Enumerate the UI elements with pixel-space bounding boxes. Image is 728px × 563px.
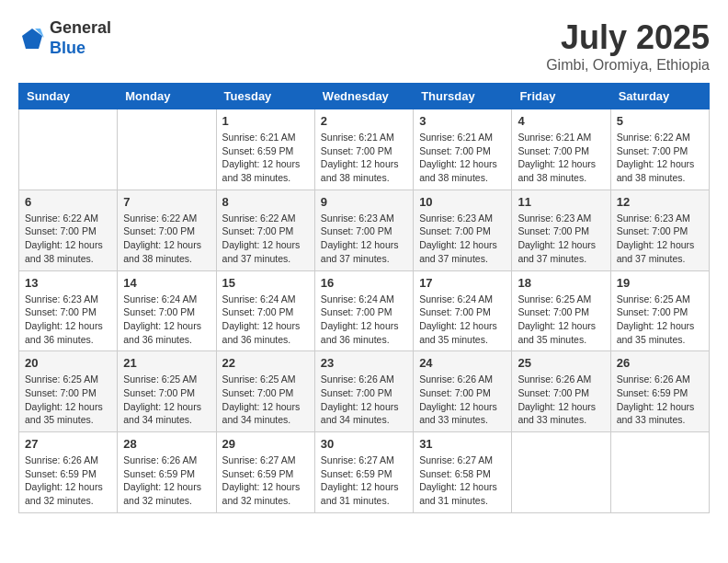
calendar-day-cell: 14Sunrise: 6:24 AMSunset: 7:00 PMDayligh… [118,270,216,351]
day-number: 1 [222,114,309,128]
day-info: Sunrise: 6:23 AMSunset: 7:00 PMDaylight:… [518,212,604,266]
calendar-day-cell: 29Sunrise: 6:27 AMSunset: 6:59 PMDayligh… [216,432,314,513]
calendar-week-row: 20Sunrise: 6:25 AMSunset: 7:00 PMDayligh… [19,351,710,432]
calendar-day-cell: 11Sunrise: 6:23 AMSunset: 7:00 PMDayligh… [512,190,610,270]
calendar-week-row: 1Sunrise: 6:21 AMSunset: 6:59 PMDaylight… [19,109,710,190]
calendar-day-cell: 19Sunrise: 6:25 AMSunset: 7:00 PMDayligh… [610,270,709,351]
calendar-day-cell: 3Sunrise: 6:21 AMSunset: 7:00 PMDaylight… [414,109,512,190]
calendar-day-cell: 16Sunrise: 6:24 AMSunset: 7:00 PMDayligh… [314,270,413,351]
day-info: Sunrise: 6:23 AMSunset: 7:00 PMDaylight:… [25,293,111,347]
day-number: 10 [419,195,506,209]
logo-general-text: General [50,18,111,37]
day-number: 3 [419,114,506,128]
month-title: July 2025 [546,18,710,57]
day-info: Sunrise: 6:21 AMSunset: 7:00 PMDaylight:… [321,131,407,185]
day-info: Sunrise: 6:21 AMSunset: 6:59 PMDaylight:… [222,131,309,185]
day-number: 22 [222,356,309,370]
day-number: 19 [617,276,703,290]
day-number: 26 [617,356,703,370]
calendar-day-cell: 27Sunrise: 6:26 AMSunset: 6:59 PMDayligh… [19,432,118,513]
weekday-header-cell: Saturday [610,84,709,109]
day-number: 17 [419,276,506,290]
day-info: Sunrise: 6:27 AMSunset: 6:59 PMDaylight:… [222,454,309,508]
day-info: Sunrise: 6:27 AMSunset: 6:58 PMDaylight:… [419,454,506,508]
logo: General Blue [18,18,111,58]
day-info: Sunrise: 6:26 AMSunset: 6:59 PMDaylight:… [617,373,703,427]
day-info: Sunrise: 6:26 AMSunset: 6:59 PMDaylight:… [25,454,111,508]
day-info: Sunrise: 6:25 AMSunset: 7:00 PMDaylight:… [518,293,604,347]
calendar-day-cell: 9Sunrise: 6:23 AMSunset: 7:00 PMDaylight… [314,190,413,270]
calendar-day-cell: 2Sunrise: 6:21 AMSunset: 7:00 PMDaylight… [314,109,413,190]
day-info: Sunrise: 6:25 AMSunset: 7:00 PMDaylight:… [25,373,111,427]
calendar-day-cell: 6Sunrise: 6:22 AMSunset: 7:00 PMDaylight… [19,190,118,270]
calendar-day-cell: 10Sunrise: 6:23 AMSunset: 7:00 PMDayligh… [414,190,512,270]
calendar-day-cell: 12Sunrise: 6:23 AMSunset: 7:00 PMDayligh… [610,190,709,270]
day-number: 11 [518,195,604,209]
calendar-day-cell: 17Sunrise: 6:24 AMSunset: 7:00 PMDayligh… [414,270,512,351]
day-info: Sunrise: 6:23 AMSunset: 7:00 PMDaylight:… [321,212,407,266]
day-info: Sunrise: 6:22 AMSunset: 7:00 PMDaylight:… [617,131,703,185]
calendar-day-cell: 18Sunrise: 6:25 AMSunset: 7:00 PMDayligh… [512,270,610,351]
day-number: 25 [518,356,604,370]
day-number: 9 [321,195,407,209]
calendar-day-cell [512,432,610,513]
day-number: 23 [321,356,407,370]
calendar-day-cell: 26Sunrise: 6:26 AMSunset: 6:59 PMDayligh… [610,351,709,432]
calendar-day-cell [610,432,709,513]
weekday-header-row: SundayMondayTuesdayWednesdayThursdayFrid… [19,84,710,109]
day-number: 13 [25,276,111,290]
calendar-day-cell: 4Sunrise: 6:21 AMSunset: 7:00 PMDaylight… [512,109,610,190]
calendar-day-cell: 15Sunrise: 6:24 AMSunset: 7:00 PMDayligh… [216,270,314,351]
weekday-header-cell: Monday [118,84,216,109]
weekday-header-cell: Tuesday [216,84,314,109]
page-header: General Blue July 2025 Gimbi, Oromiya, E… [18,18,710,74]
calendar-day-cell [118,109,216,190]
day-info: Sunrise: 6:26 AMSunset: 6:59 PMDaylight:… [123,454,210,508]
calendar-day-cell: 8Sunrise: 6:22 AMSunset: 7:00 PMDaylight… [216,190,314,270]
day-number: 15 [222,276,309,290]
day-number: 27 [25,437,111,451]
calendar-week-row: 13Sunrise: 6:23 AMSunset: 7:00 PMDayligh… [19,270,710,351]
day-info: Sunrise: 6:24 AMSunset: 7:00 PMDaylight:… [321,293,407,347]
calendar-day-cell: 13Sunrise: 6:23 AMSunset: 7:00 PMDayligh… [19,270,118,351]
calendar-table: SundayMondayTuesdayWednesdayThursdayFrid… [18,83,710,513]
day-number: 28 [123,437,210,451]
calendar-day-cell [19,109,118,190]
day-info: Sunrise: 6:22 AMSunset: 7:00 PMDaylight:… [25,212,111,266]
day-info: Sunrise: 6:22 AMSunset: 7:00 PMDaylight:… [123,212,210,266]
day-number: 16 [321,276,407,290]
day-info: Sunrise: 6:24 AMSunset: 7:00 PMDaylight:… [123,293,210,347]
weekday-header-cell: Sunday [19,84,118,109]
day-info: Sunrise: 6:21 AMSunset: 7:00 PMDaylight:… [419,131,506,185]
day-number: 31 [419,437,506,451]
day-info: Sunrise: 6:24 AMSunset: 7:00 PMDaylight:… [419,293,506,347]
day-number: 6 [25,195,111,209]
calendar-day-cell: 1Sunrise: 6:21 AMSunset: 6:59 PMDaylight… [216,109,314,190]
day-info: Sunrise: 6:23 AMSunset: 7:00 PMDaylight:… [617,212,703,266]
location-title: Gimbi, Oromiya, Ethiopia [546,57,710,74]
day-number: 2 [321,114,407,128]
day-info: Sunrise: 6:21 AMSunset: 7:00 PMDaylight:… [518,131,604,185]
day-number: 4 [518,114,604,128]
calendar-day-cell: 7Sunrise: 6:22 AMSunset: 7:00 PMDaylight… [118,190,216,270]
day-info: Sunrise: 6:22 AMSunset: 7:00 PMDaylight:… [222,212,309,266]
calendar-day-cell: 5Sunrise: 6:22 AMSunset: 7:00 PMDaylight… [610,109,709,190]
calendar-week-row: 27Sunrise: 6:26 AMSunset: 6:59 PMDayligh… [19,432,710,513]
logo-blue-text: Blue [50,39,85,57]
calendar-day-cell: 21Sunrise: 6:25 AMSunset: 7:00 PMDayligh… [118,351,216,432]
calendar-day-cell: 28Sunrise: 6:26 AMSunset: 6:59 PMDayligh… [118,432,216,513]
day-number: 24 [419,356,506,370]
weekday-header-cell: Wednesday [314,84,413,109]
day-number: 7 [123,195,210,209]
weekday-header-cell: Friday [512,84,610,109]
calendar-day-cell: 20Sunrise: 6:25 AMSunset: 7:00 PMDayligh… [19,351,118,432]
day-info: Sunrise: 6:24 AMSunset: 7:00 PMDaylight:… [222,293,309,347]
day-number: 21 [123,356,210,370]
calendar-week-row: 6Sunrise: 6:22 AMSunset: 7:00 PMDaylight… [19,190,710,270]
calendar-day-cell: 30Sunrise: 6:27 AMSunset: 6:59 PMDayligh… [314,432,413,513]
day-info: Sunrise: 6:25 AMSunset: 7:00 PMDaylight:… [222,373,309,427]
calendar-day-cell: 25Sunrise: 6:26 AMSunset: 7:00 PMDayligh… [512,351,610,432]
day-info: Sunrise: 6:26 AMSunset: 7:00 PMDaylight:… [419,373,506,427]
day-info: Sunrise: 6:27 AMSunset: 6:59 PMDaylight:… [321,454,407,508]
day-number: 12 [617,195,703,209]
